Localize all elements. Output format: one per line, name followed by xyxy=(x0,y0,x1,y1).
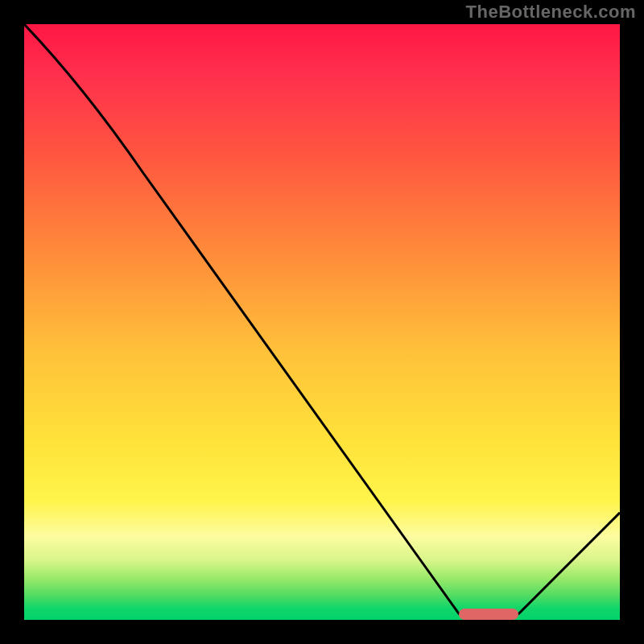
plot-area xyxy=(24,24,620,620)
chart-container: TheBottleneck.com xyxy=(0,0,644,644)
watermark-text: TheBottleneck.com xyxy=(466,2,636,23)
curve-path xyxy=(24,24,620,614)
valley-marker xyxy=(459,609,518,620)
line-curve xyxy=(24,24,620,620)
